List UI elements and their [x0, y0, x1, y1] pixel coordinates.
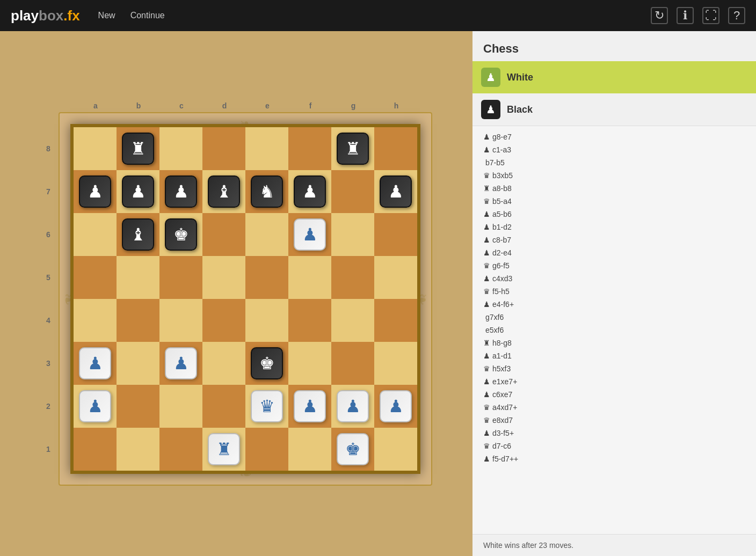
white-king-g1[interactable]: ♚ — [337, 433, 369, 465]
cell-e1[interactable] — [245, 428, 288, 471]
cell-b1[interactable] — [117, 428, 159, 471]
cell-f8[interactable] — [288, 127, 331, 170]
cell-e8[interactable] — [245, 127, 288, 170]
black-pawn-f7[interactable]: ♟ — [294, 175, 326, 208]
black-pawn-a7[interactable]: ♟ — [79, 175, 111, 208]
cell-f6[interactable]: ♟ — [288, 213, 331, 256]
cell-a3[interactable]: ♟ — [74, 342, 117, 385]
refresh-icon[interactable]: ↻ — [651, 7, 668, 24]
cell-d2[interactable] — [202, 385, 245, 428]
cell-g6[interactable] — [331, 213, 374, 256]
black-king-e3[interactable]: ♚ — [251, 347, 283, 379]
cell-f7[interactable]: ♟ — [288, 170, 331, 213]
cell-f3[interactable] — [288, 342, 331, 385]
black-bishop-d7[interactable]: ♝ — [208, 175, 240, 208]
fullscreen-icon[interactable]: ⛶ — [702, 7, 719, 24]
cell-d4[interactable] — [202, 299, 245, 342]
cell-c1[interactable] — [159, 428, 202, 471]
white-queen-e2[interactable]: ♛ — [251, 390, 283, 422]
black-rook-g8[interactable]: ♜ — [337, 133, 369, 165]
cell-f4[interactable] — [288, 299, 331, 342]
cell-a5[interactable] — [74, 256, 117, 299]
cell-g1[interactable]: ♚ — [331, 428, 374, 471]
white-pawn-a2[interactable]: ♟ — [79, 390, 111, 422]
cell-e5[interactable] — [245, 256, 288, 299]
cell-a1[interactable] — [74, 428, 117, 471]
cell-h4[interactable] — [374, 299, 417, 342]
cell-h6[interactable] — [374, 213, 417, 256]
player-white[interactable]: ♟ White — [473, 61, 756, 93]
cell-c5[interactable] — [159, 256, 202, 299]
cell-a4[interactable] — [74, 299, 117, 342]
cell-b6[interactable]: ♝ — [117, 213, 159, 256]
player-black[interactable]: ♟ Black — [473, 93, 756, 126]
col-label-e: e — [246, 101, 289, 110]
move-icon-0: ♟ — [483, 133, 490, 141]
cell-h1[interactable] — [374, 428, 417, 471]
cell-g8[interactable]: ♜ — [331, 127, 374, 170]
info-icon[interactable]: ℹ — [677, 7, 694, 24]
cell-g4[interactable] — [331, 299, 374, 342]
cell-d7[interactable]: ♝ — [202, 170, 245, 213]
cell-g5[interactable] — [331, 256, 374, 299]
black-bishop-b6[interactable]: ♝ — [122, 218, 154, 251]
moves-list[interactable]: ♟g8-e7♟c1-a3b7-b5♛b3xb5♜a8-b8♛b5-a4♟a5-b… — [473, 126, 756, 534]
black-pawn-c7[interactable]: ♟ — [165, 175, 197, 208]
cell-h7[interactable]: ♟ — [374, 170, 417, 213]
cell-e7[interactable]: ♞ — [245, 170, 288, 213]
cell-e3[interactable]: ♚ — [245, 342, 288, 385]
cell-b7[interactable]: ♟ — [117, 170, 159, 213]
cell-b5[interactable] — [117, 256, 159, 299]
white-pawn-g2[interactable]: ♟ — [337, 390, 369, 422]
cell-a8[interactable] — [74, 127, 117, 170]
cell-h2[interactable]: ♟ — [374, 385, 417, 428]
cell-c3[interactable]: ♟ — [159, 342, 202, 385]
cell-h3[interactable] — [374, 342, 417, 385]
cell-f2[interactable]: ♟ — [288, 385, 331, 428]
black-knight-e7[interactable]: ♞ — [251, 175, 283, 208]
cell-c8[interactable] — [159, 127, 202, 170]
cell-a2[interactable]: ♟ — [74, 385, 117, 428]
cell-h5[interactable] — [374, 256, 417, 299]
cell-g7[interactable] — [331, 170, 374, 213]
cell-f5[interactable] — [288, 256, 331, 299]
white-rook-d1[interactable]: ♜ — [208, 433, 240, 465]
cell-b8[interactable]: ♜ — [117, 127, 159, 170]
white-pawn-f2[interactable]: ♟ — [294, 390, 326, 422]
move-icon-23: ♟ — [483, 429, 490, 437]
cell-c6[interactable]: ♚ — [159, 213, 202, 256]
white-pawn-h2[interactable]: ♟ — [380, 390, 412, 422]
cell-d5[interactable] — [202, 256, 245, 299]
cell-e2[interactable]: ♛ — [245, 385, 288, 428]
cell-c7[interactable]: ♟ — [159, 170, 202, 213]
help-icon[interactable]: ? — [728, 7, 745, 24]
cell-a6[interactable] — [74, 213, 117, 256]
cell-d1[interactable]: ♜ — [202, 428, 245, 471]
cell-b3[interactable] — [117, 342, 159, 385]
nav-new[interactable]: New — [96, 8, 118, 24]
cell-f1[interactable] — [288, 428, 331, 471]
chess-board[interactable]: ♜♜♟♟♟♝♞♟♟♝♚♟♟♟♚♟♛♟♟♟♜♚ — [70, 124, 420, 474]
cell-g2[interactable]: ♟ — [331, 385, 374, 428]
white-pawn-a3[interactable]: ♟ — [79, 347, 111, 379]
black-pawn-b7[interactable]: ♟ — [122, 175, 154, 208]
cell-d8[interactable] — [202, 127, 245, 170]
nav-continue[interactable]: Continue — [128, 8, 167, 24]
cell-a7[interactable]: ♟ — [74, 170, 117, 213]
cell-c2[interactable] — [159, 385, 202, 428]
black-king-c6[interactable]: ♚ — [165, 218, 197, 251]
white-pawn-c3[interactable]: ♟ — [165, 347, 197, 379]
cell-c4[interactable] — [159, 299, 202, 342]
cell-g3[interactable] — [331, 342, 374, 385]
black-rook-b8[interactable]: ♜ — [122, 133, 154, 165]
cell-h8[interactable] — [374, 127, 417, 170]
cell-b4[interactable] — [117, 299, 159, 342]
cell-b2[interactable] — [117, 385, 159, 428]
cell-d6[interactable] — [202, 213, 245, 256]
cell-d3[interactable] — [202, 342, 245, 385]
black-pawn-h7[interactable]: ♟ — [380, 175, 412, 208]
move-item-4: ♜a8-b8 — [483, 182, 745, 195]
cell-e6[interactable] — [245, 213, 288, 256]
cell-e4[interactable] — [245, 299, 288, 342]
white-pawn-f6[interactable]: ♟ — [294, 218, 326, 251]
